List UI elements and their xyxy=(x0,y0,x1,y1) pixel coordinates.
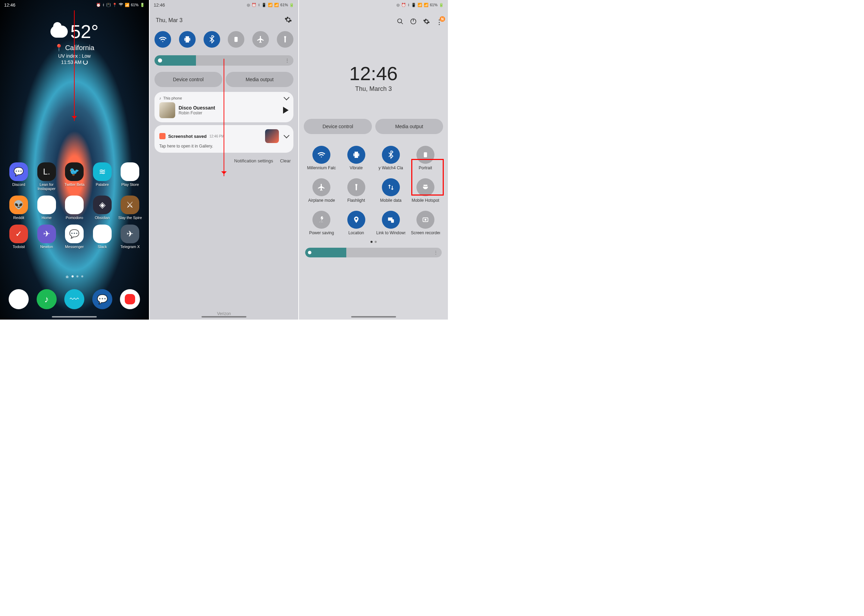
search-button[interactable] xyxy=(397,18,404,26)
dock-app-chrome-beta[interactable]: ◉ xyxy=(9,289,29,309)
settings-button[interactable] xyxy=(423,18,430,26)
page-dot[interactable] xyxy=(76,275,79,277)
dock: ◉♪〰💬 xyxy=(0,289,149,309)
qs-bluetooth[interactable] xyxy=(203,31,220,48)
power-button[interactable] xyxy=(410,18,417,26)
notification-settings-link[interactable]: Notification settings xyxy=(234,158,273,163)
qs-item-mobile-data[interactable]: Mobile data xyxy=(375,178,407,203)
app-home[interactable]: ⌂Home xyxy=(33,196,61,220)
app-label: Palabre xyxy=(96,182,109,187)
app-telegram-x[interactable]: ✈Telegram X xyxy=(116,225,144,249)
more-button[interactable]: ⋮ xyxy=(436,18,442,26)
qs-item-hotspot[interactable]: Mobile Hotspot xyxy=(409,178,442,203)
page-indicator[interactable] xyxy=(299,241,448,243)
device-control-button[interactable]: Device control xyxy=(304,119,371,134)
app-newton[interactable]: ✈Newton xyxy=(33,225,61,249)
home-page-icon[interactable] xyxy=(65,275,69,278)
app-twitter-beta[interactable]: 🐦Twitter Beta xyxy=(60,162,88,191)
app-palabre[interactable]: ≋Palabre xyxy=(88,162,116,191)
dock-app-spotify[interactable]: ♪ xyxy=(37,289,57,309)
app-icon: ⚔ xyxy=(121,196,139,214)
qs-item-link-windows[interactable]: Link to Windows xyxy=(375,211,407,236)
vibrate-icon: 📳 xyxy=(411,3,416,7)
qs-rotation-lock[interactable] xyxy=(228,31,244,48)
rotation-lock-icon xyxy=(417,146,434,164)
dock-app-messages[interactable]: 💬 xyxy=(92,289,112,309)
qs-wifi[interactable] xyxy=(154,31,171,48)
qs-item-rotation-lock[interactable]: Portrait xyxy=(409,146,442,171)
brightness-slider[interactable]: ⋮ xyxy=(305,248,442,258)
clear-button[interactable]: Clear xyxy=(280,158,291,163)
page-indicator[interactable] xyxy=(0,275,149,278)
qs-item-power-saving[interactable]: Power saving xyxy=(305,211,338,236)
status-icons: ◎ ⏰ ᚼ 📳 📶 📶 61% 🔋 xyxy=(397,3,444,7)
app-messenger[interactable]: 💬Messenger xyxy=(60,225,88,249)
qs-label: Mobile Hotspot xyxy=(412,198,439,203)
app-icon: 👽 xyxy=(9,196,28,214)
app-lean-for-instapaper[interactable]: L.Lean for Instapaper xyxy=(33,162,61,191)
app-label: Pomodoro xyxy=(66,215,83,220)
cast-icon: ◎ xyxy=(397,3,400,7)
screenshot-title: Screenshot saved xyxy=(168,134,207,139)
app-label: Play Store xyxy=(121,182,139,187)
qs-item-flashlight[interactable]: Flashlight xyxy=(340,178,373,203)
refresh-icon[interactable] xyxy=(83,60,88,64)
status-time: 12:46 xyxy=(154,2,165,8)
hotspot-icon xyxy=(417,178,434,196)
link-windows-icon xyxy=(382,211,400,229)
qs-item-airplane[interactable]: Airplane mode xyxy=(305,178,338,203)
media-output-button[interactable]: Media output xyxy=(226,72,293,87)
app-play-store[interactable]: ▶Play Store xyxy=(116,162,144,191)
screenshot-thumbnail[interactable] xyxy=(265,129,279,143)
cast-icon: ◎ xyxy=(247,3,250,7)
qs-item-location[interactable]: Location xyxy=(340,211,373,236)
alarm-icon: ⏰ xyxy=(401,3,406,7)
dock-app-surfshark[interactable]: 〰 xyxy=(64,289,84,309)
page-dot[interactable] xyxy=(375,241,377,243)
app-slay-the-spire[interactable]: ⚔Slay the Spire xyxy=(116,196,144,220)
page-dot[interactable] xyxy=(370,241,373,243)
chevron-down-icon[interactable] xyxy=(284,133,290,138)
settings-button[interactable] xyxy=(285,16,292,25)
qs-item-bluetooth[interactable]: y Watch4 Cla xyxy=(375,146,407,171)
qs-flashlight[interactable] xyxy=(277,31,293,48)
app-slack[interactable]: #Slack xyxy=(88,225,116,249)
gesture-bar[interactable] xyxy=(52,316,97,317)
bluetooth-icon xyxy=(382,146,400,164)
chevron-down-icon[interactable] xyxy=(284,95,290,101)
status-bar: ◎ ⏰ ᚼ 📳 📶 📶 61% 🔋 xyxy=(299,0,448,10)
app-todoist[interactable]: ✓Todoist xyxy=(5,225,33,249)
play-button[interactable] xyxy=(283,107,289,114)
device-control-button[interactable]: Device control xyxy=(154,72,222,87)
app-reddit[interactable]: 👽Reddit xyxy=(5,196,33,220)
media-source: This phone xyxy=(163,96,182,100)
dock-app-camera[interactable] xyxy=(120,289,140,309)
app-icon: ✈ xyxy=(121,225,139,243)
app-label: Twitter Beta xyxy=(64,182,84,187)
page-dot[interactable] xyxy=(81,275,83,277)
app-label: Todoist xyxy=(13,245,25,249)
battery-pct: 61% xyxy=(131,3,138,7)
gesture-bar[interactable] xyxy=(201,316,246,317)
gesture-bar[interactable] xyxy=(351,316,396,317)
brightness-more-icon[interactable]: ⋮ xyxy=(434,250,438,255)
app-discord[interactable]: 💬Discord xyxy=(5,162,33,191)
svg-rect-7 xyxy=(355,152,358,157)
app-obsidian[interactable]: ◈Obsidian xyxy=(88,196,116,220)
qs-vibrate[interactable] xyxy=(179,31,196,48)
page-dot[interactable] xyxy=(72,275,74,277)
qs-item-wifi[interactable]: Millennium Falcon xyxy=(305,146,338,171)
media-output-button[interactable]: Media output xyxy=(375,119,443,134)
brightness-more-icon[interactable]: ⋮ xyxy=(285,58,290,63)
app-label: Slay the Spire xyxy=(118,215,142,220)
annotation-swipe-down-arrow xyxy=(74,10,75,121)
qs-label: Power saving xyxy=(309,231,334,236)
qs-item-screen-recorder[interactable]: Screen recorder xyxy=(409,211,442,236)
qs-airplane[interactable] xyxy=(252,31,269,48)
qs-label: Mobile data xyxy=(380,198,401,203)
notification-panel: 12:46 ◎ ⏰ ᚼ 📳 📶 📶 61% 🔋 Thu, Mar 3 xyxy=(150,0,299,320)
qs-item-vibrate[interactable]: Vibrate xyxy=(340,146,373,171)
status-time: 12:46 xyxy=(4,2,16,8)
media-title: Disco Ouessant xyxy=(179,105,215,110)
app-pomodoro[interactable]: ◎Pomodoro xyxy=(60,196,88,220)
